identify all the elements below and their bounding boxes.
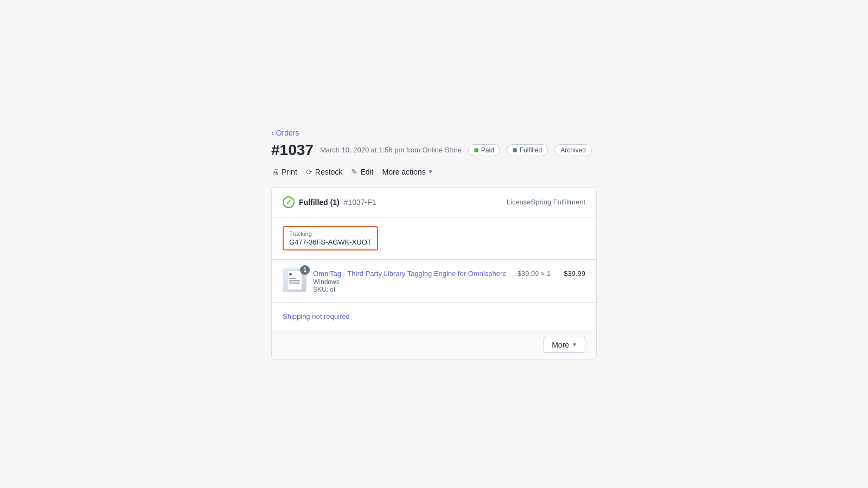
more-chevron-icon: ▼: [572, 342, 577, 348]
back-to-orders-link[interactable]: ‹ Orders: [271, 129, 597, 137]
card-footer: More ▼: [272, 330, 596, 359]
item-pricing: $39.99 × 1 $39.99: [517, 268, 585, 278]
shipping-text: Shipping not required: [283, 312, 350, 320]
item-name-link[interactable]: OmniTag - Third Party Library Tagging En…: [313, 269, 506, 278]
restock-icon: ⟳: [306, 168, 312, 176]
restock-button[interactable]: ⟳ Restock: [306, 165, 343, 178]
order-header: #1037 March 10, 2020 at 1:56 pm from Onl…: [271, 142, 597, 159]
tracking-box[interactable]: Tracking G477-36FS-AGWK-XUOT: [283, 226, 378, 251]
item-price-qty: $39.99 × 1: [517, 269, 551, 278]
archived-label: Archived: [560, 146, 586, 154]
print-button[interactable]: 🖨 Print: [271, 165, 297, 178]
more-actions-label: More actions: [382, 168, 426, 176]
fulfillment-id: #1037-F1: [344, 198, 376, 207]
paid-badge: Paid: [468, 144, 500, 156]
order-card: ✓ Fulfilled (1) #1037-F1 LicenseSpring F…: [271, 187, 597, 360]
tracking-section: Tracking G477-36FS-AGWK-XUOT: [272, 217, 596, 260]
paid-label: Paid: [481, 146, 494, 154]
fulfillment-service: LicenseSpring Fulfillment: [507, 198, 585, 206]
line-item: 1 OmniTag - Third Party Library Tagging …: [283, 268, 585, 293]
line-items-section: 1 OmniTag - Third Party Library Tagging …: [272, 260, 596, 303]
print-label: Print: [282, 168, 297, 176]
print-icon: 🖨: [271, 168, 279, 176]
item-image-wrapper: 1: [283, 268, 307, 292]
fulfilled-badge: Fulfilled: [507, 144, 548, 156]
order-number: #1037: [271, 142, 314, 159]
order-date: March 10, 2020 at 1:56 pm from Online St…: [320, 146, 462, 154]
fulfillment-title-label: Fulfilled (1): [299, 198, 340, 207]
fulfilled-label: Fulfilled: [520, 146, 542, 154]
chevron-left-icon: ‹: [271, 129, 274, 137]
item-details: OmniTag - Third Party Library Tagging En…: [313, 268, 510, 293]
more-button[interactable]: More ▼: [544, 337, 585, 353]
item-total: $39.99: [564, 269, 585, 278]
fulfillment-header: ✓ Fulfilled (1) #1037-F1 LicenseSpring F…: [272, 188, 596, 217]
more-actions-chevron-icon: ▼: [428, 169, 433, 175]
tracking-number: G477-36FS-AGWK-XUOT: [289, 238, 372, 246]
quantity-badge: 1: [300, 265, 310, 275]
tracking-label: Tracking: [289, 230, 372, 237]
paid-dot: [474, 148, 478, 152]
back-link-label: Orders: [276, 129, 299, 137]
toolbar: 🖨 Print ⟳ Restock ✎ Edit More actions ▼: [271, 165, 597, 178]
archived-badge: Archived: [554, 144, 592, 156]
product-thumbnail: [287, 271, 302, 290]
fulfillment-title-section: ✓ Fulfilled (1) #1037-F1: [283, 196, 376, 208]
edit-icon: ✎: [351, 168, 358, 176]
edit-button[interactable]: ✎ Edit: [351, 165, 373, 178]
fulfilled-dot: [513, 148, 517, 152]
item-variant: Windows: [313, 278, 510, 286]
fulfilled-check-icon: ✓: [283, 196, 295, 208]
edit-label: Edit: [360, 168, 373, 176]
restock-label: Restock: [315, 168, 343, 176]
more-label: More: [552, 341, 569, 349]
more-actions-button[interactable]: More actions ▼: [382, 165, 433, 178]
item-sku: SKU: ot: [313, 286, 510, 293]
shipping-section: Shipping not required: [272, 303, 596, 330]
